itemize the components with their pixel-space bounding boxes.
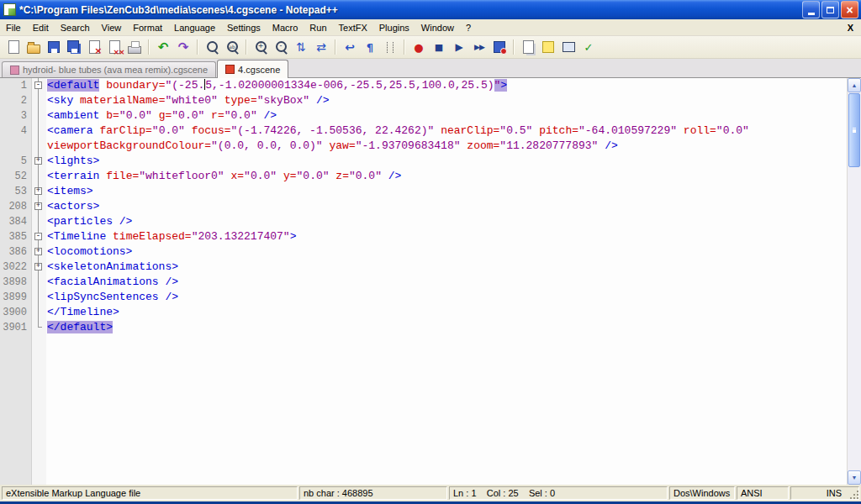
fold-collapse-icon[interactable]: - xyxy=(34,81,42,89)
tab-active-document[interactable]: 4.cgscene xyxy=(217,60,288,78)
menu-item-file[interactable]: File xyxy=(0,20,27,35)
syntax-val: "(-25. xyxy=(165,79,204,92)
spell-check-button[interactable] xyxy=(578,37,599,57)
macro-save-button[interactable] xyxy=(489,37,510,57)
fold-expand-icon[interactable]: + xyxy=(34,187,42,195)
menu-item-view[interactable]: View xyxy=(96,20,128,35)
resize-grip[interactable] xyxy=(857,497,858,499)
menu-item-textfx[interactable]: TextFX xyxy=(333,20,373,35)
macro-run-multiple-button[interactable] xyxy=(469,37,489,57)
fold-marker-plus[interactable]: + xyxy=(31,244,45,260)
word-wrap-button[interactable] xyxy=(340,37,360,57)
code-text[interactable]: <locomotions> xyxy=(47,244,132,260)
fold-expand-icon[interactable]: + xyxy=(34,202,42,210)
code-text[interactable]: viewportBackgroundColour="(0.0, 0.0, 0.0… xyxy=(47,139,618,154)
fold-marker-plus[interactable]: + xyxy=(31,184,45,199)
close-button[interactable] xyxy=(84,37,104,57)
code-text[interactable]: <particles /> xyxy=(47,214,132,229)
code-text[interactable]: <camera farClip="0.0" focus="(-1.74226, … xyxy=(47,123,749,139)
print-button[interactable] xyxy=(124,37,145,57)
menu-item-[interactable]: ? xyxy=(460,20,477,35)
undo-button[interactable] xyxy=(153,37,173,57)
menu-item-window[interactable]: Window xyxy=(415,20,460,35)
indent-guide-button[interactable] xyxy=(380,37,400,57)
code-text[interactable]: <items> xyxy=(47,184,93,199)
scroll-down-button[interactable]: ▼ xyxy=(848,470,861,485)
doc-switcher-icon xyxy=(521,40,536,55)
syntax-tag: </Timeline> xyxy=(47,306,119,318)
scroll-up-button[interactable]: ▲ xyxy=(848,78,861,92)
fold-marker-end xyxy=(31,320,45,335)
doc-switcher-button[interactable] xyxy=(518,37,538,57)
menu-item-search[interactable]: Search xyxy=(55,20,96,35)
syntax-tag: <locomotions> xyxy=(47,245,132,258)
fold-expand-icon[interactable]: + xyxy=(34,263,42,270)
save-all-button[interactable] xyxy=(64,37,84,57)
code-text[interactable]: <sky materialName="white0" type="skyBox"… xyxy=(47,93,330,108)
close-document-x[interactable]: X xyxy=(840,23,861,33)
post-it-button[interactable] xyxy=(538,37,558,57)
zoom-in-button[interactable] xyxy=(251,37,271,57)
code-text[interactable]: <terrain file="whitefloor0" x="0.0" y="0… xyxy=(47,169,401,184)
menu-item-macro[interactable]: Macro xyxy=(267,20,304,35)
sync-h-button[interactable] xyxy=(311,37,331,57)
editor[interactable]: 1-<default boundary="(-25.5,-1.020000013… xyxy=(0,78,861,485)
minimize-button[interactable] xyxy=(802,1,820,18)
word-wrap-icon xyxy=(343,40,357,55)
find-button[interactable] xyxy=(202,37,222,57)
menu-item-settings[interactable]: Settings xyxy=(221,20,267,35)
fold-marker-minus[interactable]: - xyxy=(31,78,45,93)
code-text[interactable]: <facialAnimations /> xyxy=(47,275,178,290)
close-button[interactable] xyxy=(841,1,858,18)
code-text[interactable]: <actors> xyxy=(47,199,99,214)
vertical-scrollbar[interactable]: ▲ ▼ xyxy=(847,78,861,485)
fold-collapse-icon[interactable]: - xyxy=(34,233,42,240)
new-file-button[interactable] xyxy=(3,37,24,57)
menu-item-format[interactable]: Format xyxy=(127,20,168,35)
fold-expand-icon[interactable]: + xyxy=(34,248,42,255)
window-title: *C:\Program Files\ZenCub3d\media\scenes\… xyxy=(19,4,802,16)
redo-button[interactable] xyxy=(173,37,193,57)
syntax-attr: roll= xyxy=(684,124,716,137)
macro-stop-button[interactable] xyxy=(429,37,449,57)
tab-inactive-document[interactable]: hydroid- blue tubes (ava mea remix).cgsc… xyxy=(2,61,216,77)
sync-v-button[interactable] xyxy=(291,37,311,57)
fold-marker-plus[interactable]: + xyxy=(31,260,45,275)
replace-button[interactable] xyxy=(222,37,242,57)
menu-item-run[interactable]: Run xyxy=(304,20,332,35)
zoom-out-button[interactable] xyxy=(271,37,291,57)
show-all-chars-button[interactable] xyxy=(360,37,380,57)
code-text[interactable]: <default boundary="(-25.5,-1.02000001334… xyxy=(47,78,507,93)
close-all-button[interactable] xyxy=(104,37,124,57)
fullscreen-button[interactable] xyxy=(558,37,578,57)
syntax-val: "(0.0, 0.0, 0.0)" xyxy=(211,139,323,152)
line-number: 384 xyxy=(0,214,31,229)
fold-expand-icon[interactable]: + xyxy=(34,157,42,165)
toolbar xyxy=(0,36,861,59)
fold-marker-plus[interactable]: + xyxy=(31,154,45,169)
code-text[interactable]: </Timeline> xyxy=(47,305,119,320)
editor-lines[interactable]: 1-<default boundary="(-25.5,-1.020000013… xyxy=(0,78,847,485)
macro-record-button[interactable] xyxy=(409,37,429,57)
menu-item-plugins[interactable]: Plugins xyxy=(373,20,415,35)
save-button[interactable] xyxy=(44,37,64,57)
fold-marker-plus[interactable]: + xyxy=(31,199,45,214)
code-text[interactable]: <skeletonAnimations> xyxy=(47,260,178,275)
scrollbar-thumb[interactable] xyxy=(848,93,860,167)
code-text[interactable]: <lipSyncSentences /> xyxy=(47,290,178,305)
code-text[interactable]: <lights> xyxy=(47,154,99,169)
menu-item-edit[interactable]: Edit xyxy=(27,20,55,35)
code-text[interactable]: <Timeline timeElapsed="203.132217407"> xyxy=(47,229,297,244)
syntax-tag: /> xyxy=(264,109,277,122)
toolbar-separator xyxy=(148,39,150,55)
code-text[interactable]: </default> xyxy=(47,320,113,335)
fold-marker-minus[interactable]: - xyxy=(31,229,45,244)
maximize-button[interactable] xyxy=(821,1,839,18)
open-button[interactable] xyxy=(24,37,44,57)
syntax-val: "0.0" xyxy=(349,170,382,182)
sync-v-icon xyxy=(294,40,309,55)
macro-play-button[interactable] xyxy=(449,37,469,57)
code-text[interactable]: <ambient b="0.0" g="0.0" r="0.0" /> xyxy=(47,108,277,123)
menu-item-language[interactable]: Language xyxy=(168,20,221,35)
syntax-tag: <items> xyxy=(47,185,93,197)
